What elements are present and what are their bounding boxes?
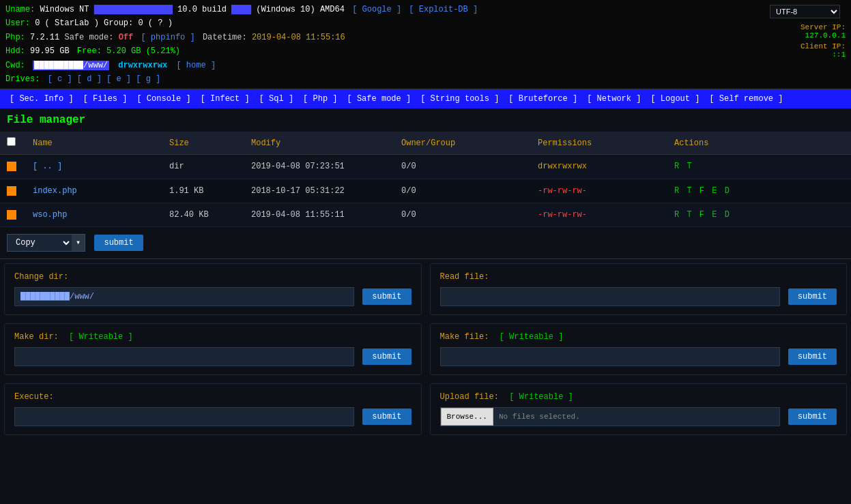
col-owner-header: Owner/Group [394,132,531,155]
server-ip-row: Server IP: 127.0.0.1 [764,23,846,40]
drive-d[interactable]: [ d ] [77,74,102,84]
make-file-submit[interactable]: submit [788,349,837,365]
col-perm-header: Permissions [531,132,667,155]
perm-value-1: -rw-rw-rw- [538,186,587,196]
make-dir-submit[interactable]: submit [362,349,411,365]
action-d-1[interactable]: D [725,186,730,196]
col-checkbox [0,132,26,155]
php-version: 7.2.11 [30,33,59,42]
header-right: UTF-8 Windows-1251 KOI8-R Server IP: 127… [764,3,846,86]
uname-value: Windows NT ████████████████ 10.0 build █… [40,5,345,14]
change-dir-submit[interactable]: submit [362,288,411,305]
user-label: User: [5,18,30,28]
row-name-2: wso.php [26,203,162,226]
action-t-0[interactable]: T [687,162,691,171]
drive-e[interactable]: [ e ] [106,74,131,84]
nav-safe-mode[interactable]: [ Safe mode ] [343,93,416,105]
encoding-select[interactable]: UTF-8 Windows-1251 KOI8-R [770,5,840,18]
change-dir-input[interactable] [14,287,354,306]
action-t-2[interactable]: T [687,210,691,220]
panels-row-1: Change dir: submit Read file: submit [0,259,851,319]
make-dir-label: Make dir: [ Writeable ] [14,332,412,342]
copy-chevron-icon[interactable]: ▾ [72,234,85,252]
change-dir-panel: Change dir: submit [4,263,422,315]
nav-network[interactable]: [ Network ] [583,93,645,105]
read-file-input-row: submit [440,287,837,306]
execute-submit[interactable]: submit [362,409,411,425]
perm-value-0: drwxrwxrwx [538,162,587,171]
uname-label: Uname: [5,5,35,14]
read-file-input[interactable] [440,287,780,306]
drive-g[interactable]: [ g ] [136,74,160,84]
cwd-label: Cwd: [5,61,25,70]
action-d-2[interactable]: D [725,210,730,220]
action-r-2[interactable]: R [674,210,679,220]
col-modify-header: Modify [244,132,394,155]
col-actions-header: Actions [667,132,851,155]
phpinfo-link[interactable]: [ phpinfo ] [141,33,194,42]
table-row: [ .. ] dir 2019-04-08 07:23:51 0/0 drwxr… [0,155,851,179]
change-dir-input-row: submit [14,287,412,306]
file-input-fake: Browse... No files selected. [440,407,780,426]
action-r-0[interactable]: R [674,162,679,171]
row-checkbox-0 [0,155,26,179]
action-f-1[interactable]: F [699,186,704,196]
read-file-submit[interactable]: submit [788,288,837,305]
row-checkbox-2 [0,203,26,226]
nav-infect[interactable]: [ Infect ] [197,93,254,105]
uname-row: Uname: Windows NT ████████████████ 10.0 … [5,3,764,16]
upload-submit[interactable]: submit [788,409,837,425]
encoding-row: UTF-8 Windows-1251 KOI8-R [764,3,846,20]
make-file-panel: Make file: [ Writeable ] submit [430,323,848,375]
action-e-1[interactable]: E [712,186,717,196]
hdd-label: Hdd: [5,46,25,56]
copy-select[interactable]: Copy Move Delete Download [7,234,72,252]
execute-input[interactable] [14,407,354,426]
nav-self-remove[interactable]: [ Self remove ] [705,93,787,105]
hdd-row: Hdd: 99.95 GB Free: 5.20 GB (5.21%) [5,44,764,58]
file-icon-1 [7,186,16,196]
nav-string-tools[interactable]: [ String tools ] [416,93,503,105]
nav-sec-info[interactable]: [ Sec. Info ] [5,93,78,105]
nav-php[interactable]: [ Php ] [299,93,341,105]
header-left: Uname: Windows NT ████████████████ 10.0 … [5,3,764,86]
action-f-2[interactable]: F [699,210,704,220]
make-file-input[interactable] [440,347,780,366]
nav-bruteforce[interactable]: [ Bruteforce ] [504,93,581,105]
browse-button[interactable]: Browse... [441,408,493,426]
row-perm-1: -rw-rw-rw- [531,179,667,203]
safe-mode-value: Off [119,33,134,42]
make-file-label: Make file: [ Writeable ] [440,332,837,342]
make-file-input-row: submit [440,347,837,366]
nav-console[interactable]: [ Console ] [132,93,194,105]
row-size-0: dir [162,155,244,179]
home-link[interactable]: [ home ] [176,61,216,70]
row-name-1: index.php [26,179,162,203]
action-t-1[interactable]: T [687,186,691,196]
action-e-2[interactable]: E [712,210,717,220]
read-file-label: Read file: [440,272,837,282]
table-header-row: Name Size Modify Owner/Group Permissions… [0,132,851,155]
file-link-1[interactable]: index.php [33,186,77,196]
perm-value-2: -rw-rw-rw- [538,210,587,220]
action-submit-button[interactable]: submit [94,235,143,251]
file-link-2[interactable]: wso.php [33,210,67,220]
server-ip-value: 127.0.0.1 [805,31,846,40]
php-row: Php: 7.2.11 Safe mode: Off [ phpinfo ] D… [5,31,764,44]
col-name-header: Name [26,132,162,155]
file-link-0[interactable]: [ .. ] [33,162,62,171]
server-ip-label: Server IP: [800,23,846,31]
nav-sql[interactable]: [ Sql ] [255,93,298,105]
drives-row: Drives: [ c ] [ d ] [ e ] [ g ] [5,72,764,86]
select-all-checkbox[interactable] [7,137,16,146]
row-name-0: [ .. ] [26,155,162,179]
nav-logout[interactable]: [ Logout ] [646,93,704,105]
exploitdb-link[interactable]: [ Exploit-DB ] [409,5,478,14]
hdd-free: Free: 5.20 GB (5.21%) [77,46,180,56]
nav-files[interactable]: [ Files ] [79,93,132,105]
drive-c[interactable]: [ c ] [48,74,72,84]
google-link[interactable]: [ Google ] [352,5,401,14]
make-dir-input[interactable] [14,347,354,366]
action-r-1[interactable]: R [674,186,679,196]
file-icon-0 [7,162,16,171]
